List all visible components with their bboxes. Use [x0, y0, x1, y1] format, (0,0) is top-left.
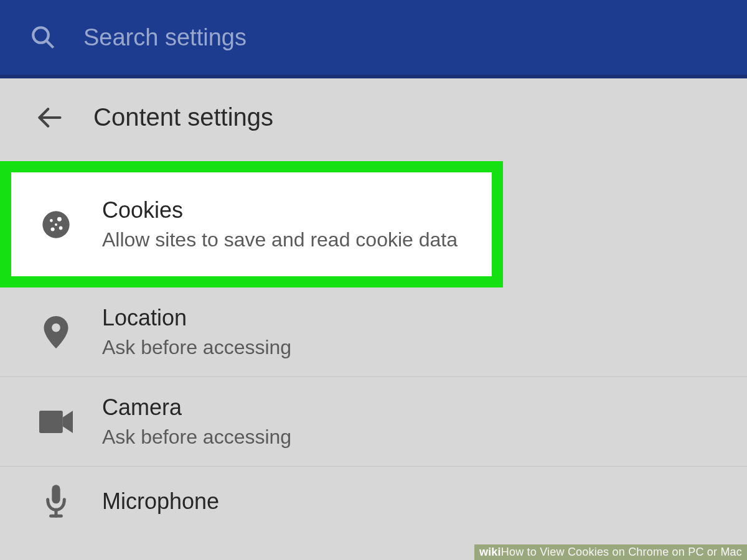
svg-point-0: [33, 27, 49, 43]
row-title: Location: [102, 305, 291, 331]
location-pin-icon: [39, 315, 73, 350]
row-text: Camera Ask before accessing: [102, 394, 291, 449]
svg-point-5: [57, 217, 62, 221]
svg-point-6: [59, 226, 63, 230]
svg-point-9: [52, 323, 60, 332]
settings-row-microphone[interactable]: Microphone: [0, 467, 747, 536]
search-placeholder: Search settings: [83, 24, 247, 51]
row-text: Location Ask before accessing: [102, 305, 291, 359]
svg-rect-11: [52, 485, 60, 503]
svg-line-1: [47, 41, 54, 48]
row-subtitle: Ask before accessing: [102, 426, 291, 449]
row-title: Cookies: [102, 197, 458, 223]
back-arrow-icon[interactable]: [36, 104, 63, 131]
settings-row-camera[interactable]: Camera Ask before accessing: [0, 377, 747, 467]
row-title: Microphone: [102, 488, 219, 515]
svg-rect-10: [39, 411, 63, 433]
search-icon: [30, 24, 56, 50]
camera-icon: [39, 404, 73, 439]
row-title: Camera: [102, 394, 291, 421]
page-title: Content settings: [93, 103, 273, 131]
row-subtitle: Allow sites to save and read cookie data: [102, 228, 458, 251]
watermark-text: How to View Cookies on Chrome on PC or M…: [501, 546, 742, 558]
cookie-icon: [39, 207, 73, 242]
svg-point-8: [55, 223, 57, 226]
row-text: Microphone: [102, 488, 219, 515]
page-header: Content settings: [0, 103, 747, 161]
row-text: Cookies Allow sites to save and read coo…: [102, 197, 458, 251]
microphone-icon: [39, 484, 73, 519]
svg-point-7: [51, 227, 55, 231]
row-subtitle: Ask before accessing: [102, 336, 291, 359]
search-bar[interactable]: Search settings: [0, 0, 747, 78]
content-area: Content settings Cookies Allow sites to …: [0, 78, 747, 536]
svg-point-4: [50, 219, 53, 222]
highlight-box: Cookies Allow sites to save and read coo…: [0, 161, 503, 287]
watermark: wikiHow to View Cookies on Chrome on PC …: [474, 544, 747, 560]
settings-row-cookies[interactable]: Cookies Allow sites to save and read coo…: [11, 172, 492, 276]
watermark-prefix: wiki: [479, 546, 501, 558]
settings-row-location[interactable]: Location Ask before accessing: [0, 287, 747, 377]
